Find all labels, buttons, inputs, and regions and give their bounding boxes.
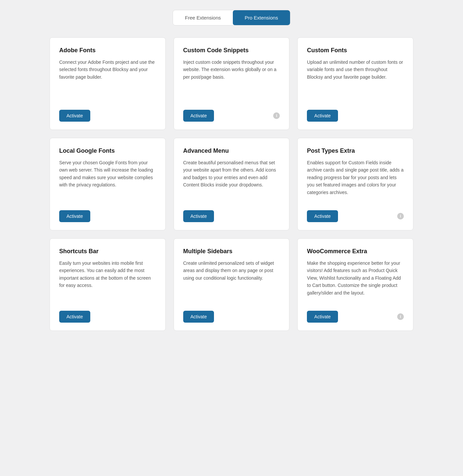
- activate-button-shortcuts-bar[interactable]: Activate: [59, 311, 90, 323]
- extension-title-woocommerce-extra: WooCommerce Extra: [307, 248, 404, 255]
- activate-button-custom-fonts[interactable]: Activate: [307, 110, 338, 122]
- card-footer-custom-code-snippets: Activatei: [183, 110, 280, 122]
- info-icon-woocommerce-extra[interactable]: i: [397, 313, 404, 320]
- extension-desc-adobe-fonts: Connect your Adobe Fonts project and use…: [59, 59, 156, 102]
- activate-button-adobe-fonts[interactable]: Activate: [59, 110, 90, 122]
- extension-card-woocommerce-extra: WooCommerce ExtraMake the shopping exper…: [297, 238, 413, 331]
- extension-desc-advanced-menu: Create beautiful personalised menus that…: [183, 159, 280, 202]
- extension-title-shortcuts-bar: Shortcuts Bar: [59, 248, 156, 255]
- extension-card-custom-code-snippets: Custom Code SnippetsInject custom code s…: [174, 37, 290, 130]
- extension-title-multiple-sidebars: Multiple Sidebars: [183, 248, 280, 255]
- tab-bar: Free Extensions Pro Extensions: [7, 10, 456, 25]
- activate-button-advanced-menu[interactable]: Activate: [183, 210, 214, 222]
- extension-desc-post-types-extra: Enables support for Custom Fields inside…: [307, 159, 404, 202]
- extension-desc-local-google-fonts: Serve your chosen Google Fonts from your…: [59, 159, 156, 202]
- tab-wrapper: Free Extensions Pro Extensions: [173, 10, 290, 25]
- extension-card-shortcuts-bar: Shortcuts BarEasily turn your websites i…: [50, 238, 166, 331]
- tab-pro[interactable]: Pro Extensions: [233, 10, 290, 25]
- extension-title-advanced-menu: Advanced Menu: [183, 147, 280, 154]
- extension-card-advanced-menu: Advanced MenuCreate beautiful personalis…: [174, 138, 290, 230]
- extension-card-post-types-extra: Post Types ExtraEnables support for Cust…: [297, 138, 413, 230]
- card-footer-shortcuts-bar: Activate: [59, 311, 156, 323]
- extension-title-adobe-fonts: Adobe Fonts: [59, 47, 156, 54]
- info-icon-custom-code-snippets[interactable]: i: [273, 112, 280, 119]
- info-icon-post-types-extra[interactable]: i: [397, 213, 404, 219]
- card-footer-custom-fonts: Activate: [307, 110, 404, 122]
- card-footer-multiple-sidebars: Activate: [183, 311, 280, 323]
- activate-button-multiple-sidebars[interactable]: Activate: [183, 311, 214, 323]
- extension-card-adobe-fonts: Adobe FontsConnect your Adobe Fonts proj…: [50, 37, 166, 130]
- card-footer-adobe-fonts: Activate: [59, 110, 156, 122]
- extension-card-custom-fonts: Custom FontsUpload an unlimited number o…: [297, 37, 413, 130]
- extension-desc-custom-code-snippets: Inject custom code snippets throughout y…: [183, 59, 280, 102]
- extension-desc-custom-fonts: Upload an unlimited number of custom fon…: [307, 59, 404, 102]
- tab-free[interactable]: Free Extensions: [173, 10, 232, 25]
- extension-desc-multiple-sidebars: Create unlimited personalized sets of wi…: [183, 259, 280, 303]
- extension-card-local-google-fonts: Local Google FontsServe your chosen Goog…: [50, 138, 166, 230]
- extension-title-post-types-extra: Post Types Extra: [307, 147, 404, 154]
- card-footer-advanced-menu: Activate: [183, 210, 280, 222]
- activate-button-post-types-extra[interactable]: Activate: [307, 210, 338, 222]
- extension-desc-shortcuts-bar: Easily turn your websites into mobile fi…: [59, 259, 156, 303]
- card-footer-woocommerce-extra: Activatei: [307, 311, 404, 323]
- card-footer-local-google-fonts: Activate: [59, 210, 156, 222]
- extension-card-multiple-sidebars: Multiple SidebarsCreate unlimited person…: [174, 238, 290, 331]
- extensions-grid: Adobe FontsConnect your Adobe Fonts proj…: [50, 37, 413, 331]
- card-footer-post-types-extra: Activatei: [307, 210, 404, 222]
- extension-desc-woocommerce-extra: Make the shopping experience better for …: [307, 259, 404, 303]
- extension-title-local-google-fonts: Local Google Fonts: [59, 147, 156, 154]
- activate-button-local-google-fonts[interactable]: Activate: [59, 210, 90, 222]
- activate-button-custom-code-snippets[interactable]: Activate: [183, 110, 214, 122]
- extension-title-custom-code-snippets: Custom Code Snippets: [183, 47, 280, 54]
- extension-title-custom-fonts: Custom Fonts: [307, 47, 404, 54]
- activate-button-woocommerce-extra[interactable]: Activate: [307, 311, 338, 323]
